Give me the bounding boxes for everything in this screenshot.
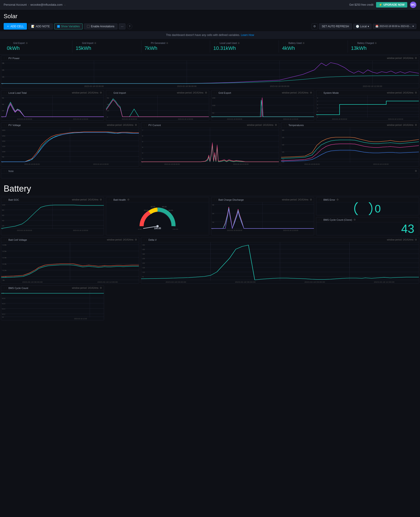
svg-text:0.00: 0.00 — [138, 229, 142, 229]
enable-annotations-button[interactable]: Enable Annotations — [84, 23, 117, 29]
system-mode-title: System Mode — [323, 91, 339, 94]
grid-import-chart[interactable]: 6k 4k 2k 0 2023-02-18 06:00:00 2023-02-1… — [106, 95, 209, 120]
help-button[interactable]: ? — [127, 24, 132, 29]
page-header: Solar — [0, 10, 420, 21]
stat-gear-1[interactable]: ⚙ — [94, 42, 96, 44]
pv-power-gear[interactable]: ⚙ — [415, 57, 417, 60]
batt-charge-discharge-chart[interactable]: 3k 2k 1k 0 2023-02-18 06:00:00 2023-02-1… — [211, 202, 314, 232]
svg-text:7: 7 — [317, 101, 318, 102]
bms-cycle-gear[interactable]: ⚙ — [353, 218, 356, 221]
drag-handle: ⋮⋮ — [3, 57, 8, 59]
upgrade-now-button[interactable]: ⚡ UPGRADE NOW — [376, 2, 407, 7]
battery-row-2: ⋮⋮ Batt Cell Voltage window period: 1414… — [0, 236, 420, 284]
pv-current-chart[interactable]: 7 6 5 4 3 2 1 2023-02-18 06:00:00 2023-0… — [141, 128, 279, 166]
show-variables-button[interactable]: ✓ Show Variables — [54, 23, 83, 29]
grid-export-gear[interactable]: ⚙ — [310, 91, 312, 94]
stat-card-grid-import: ⋮⋮ Grid Import ⚙ 15kWh — [72, 41, 141, 52]
pv-voltage-gear[interactable]: ⚙ — [135, 124, 137, 126]
bms-error-display: 0 — [316, 202, 419, 215]
temperatures-gear[interactable]: ⚙ — [415, 124, 417, 126]
pv-power-chart[interactable]: 3k 2k 1k 0 2023-02-18 03:00:00 2023-02-1… — [1, 61, 419, 88]
add-cell-button[interactable]: ＋ ADD CELL — [4, 23, 27, 30]
drag-handle: ⋮⋮ — [282, 42, 287, 44]
settings-button[interactable]: ⚙ — [312, 23, 318, 29]
svg-text:25: 25 — [282, 151, 284, 153]
batt-cell-voltage-gear[interactable]: ⚙ — [135, 238, 137, 241]
drag-handle: ⋮⋮ — [3, 91, 8, 94]
nav-right: Get $250 free credit ⚡ UPGRADE NOW WC — [349, 2, 416, 8]
batt-cell-voltage-chart[interactable]: 3.6k 3.5k 3.4k 3.3k 3.2k 3.1k 3k 2023-02… — [1, 242, 139, 283]
pv-current-gear[interactable]: ⚙ — [275, 124, 277, 126]
svg-text:2023-02-18 06:00:00: 2023-02-18 06:00:00 — [22, 281, 43, 283]
more-options-button[interactable]: ··· — [119, 23, 126, 29]
date-range-label: 2023-02-18 00:00 to 2023-02-... — [380, 25, 412, 28]
batt-soc-chart[interactable]: 100 80 60 40 20 0 2023-02-18 06:00:00 20… — [1, 202, 104, 232]
add-note-button[interactable]: 📝 ADD NOTE — [28, 23, 53, 29]
svg-text:2023-02-18 12:00:00: 2023-02-18 12:00:00 — [98, 281, 118, 283]
stat-card-grid-export: ⋮⋮ Grid Export ⚙ 0kWh — [4, 41, 72, 52]
drag-handle: ⋮⋮ — [213, 199, 218, 201]
local-load-gear[interactable]: ⚙ — [100, 91, 102, 94]
pv-voltage-chart[interactable]: 300 250 200 150 100 50 0 2023-02-18 06:0… — [1, 128, 139, 166]
temperatures-panel: ⋮⋮ Temperatures window period: 141414ms … — [281, 122, 419, 167]
date-range-button[interactable]: 📅 2023-02-18 00:00 to 2023-02-... ▾ — [373, 24, 416, 29]
stat-gear-3[interactable]: ⚙ — [238, 42, 240, 44]
drag-handle: ⋮⋮ — [7, 42, 11, 44]
stat-gear-0[interactable]: ⚙ — [26, 42, 28, 44]
bms-error-gear[interactable]: ⚙ — [337, 198, 339, 201]
toolbar: ＋ ADD CELL 📝 ADD NOTE ✓ Show Variables E… — [0, 21, 420, 32]
svg-text:5: 5 — [142, 141, 143, 143]
svg-text:2023-02-18 06:00:00: 2023-02-18 06:00:00 — [332, 118, 347, 120]
batt-soc-gear[interactable]: ⚙ — [100, 198, 102, 201]
svg-text:2023-02-18 12:00:00: 2023-02-18 12:00:00 — [233, 163, 248, 165]
svg-text:2023-02-18 12:00:00: 2023-02-18 12:00:00 — [73, 118, 88, 120]
upgrade-btn-label: UPGRADE NOW — [383, 3, 405, 6]
svg-text:6k: 6k — [107, 97, 109, 99]
batt-health-gear[interactable]: ⚙ — [127, 198, 129, 201]
stat-gear-4[interactable]: ⚙ — [302, 42, 305, 44]
system-mode-gear[interactable]: ⚙ — [415, 91, 417, 94]
grid-export-chart[interactable]: 150 100 50 0 2023-02-18 06:00:00 2023-02… — [211, 95, 314, 120]
drag-handle: ⋮⋮ — [3, 124, 8, 126]
drag-handle: ⋮⋮ — [143, 238, 148, 241]
delta-v-chart[interactable]: 40 35 30 25 20 15 10 5 2023-02-18 03:00:… — [141, 242, 419, 283]
batt-charge-discharge-period: window period: 141414ms — [282, 199, 308, 201]
temperatures-period: window period: 141414ms — [387, 124, 413, 126]
local-load-chart[interactable]: 6k 4k 2k 0 2023-02-18 06:00:00 2023-02-1… — [1, 95, 104, 120]
svg-text:10: 10 — [142, 271, 145, 273]
system-mode-chart[interactable]: 8 7 6 5 4 3 2 2023-02-18 06:00:00 2023-0… — [316, 95, 419, 120]
svg-text:3k: 3k — [2, 62, 4, 64]
svg-text:0: 0 — [2, 83, 3, 85]
stat-gear-2[interactable]: ⚙ — [166, 42, 168, 44]
user-avatar[interactable]: WC — [410, 2, 416, 8]
batt-soc-title: Batt SOC — [8, 199, 19, 201]
stat-value-3: 10.31kWh — [213, 45, 276, 51]
pv-voltage-period: window period: 141414ms — [107, 124, 133, 126]
bms-cycle-count-title: BMS Cycle Count — [8, 287, 28, 289]
svg-text:0: 0 — [212, 228, 213, 230]
learn-how-link[interactable]: Learn How — [241, 33, 254, 37]
bms-error-circle — [354, 202, 372, 215]
stat-label-5: Battery Charged — [357, 42, 374, 44]
set-auto-refresh-button[interactable]: SET AUTO REFRESH — [319, 23, 352, 29]
bms-cycle-panel: ⋮⋮ BMS Cycle Count (Clone) ⚙ 43 — [316, 217, 419, 235]
stat-gear-5[interactable]: ⚙ — [375, 42, 377, 44]
delta-v-gear[interactable]: ⚙ — [415, 238, 417, 241]
bms-error-panel: ⋮⋮ BMS Error ⚙ 0 — [316, 197, 419, 215]
local-selector-button[interactable]: 🕐 Local ▾ — [353, 24, 372, 29]
bms-cycle-count-chart[interactable]: 43 42.8 42.6 42.4 42.2 42 2023-02-18 12:… — [1, 291, 104, 320]
temperatures-chart[interactable]: 60 35 30 25 20 15 2023-02-18 06:00:00 20… — [281, 128, 419, 166]
batt-charge-discharge-gear[interactable]: ⚙ — [310, 198, 312, 201]
svg-text:3k: 3k — [2, 279, 5, 281]
svg-text:3.5k: 3.5k — [2, 250, 7, 252]
bms-cycle-count-gear[interactable]: ⚙ — [100, 287, 102, 289]
pv-voltage-title: PV Voltage — [8, 124, 21, 126]
svg-text:42.4: 42.4 — [2, 308, 5, 310]
stat-card-battery-used: ⋮⋮ Battery Used ⚙ 4kWh — [279, 41, 348, 52]
account-label[interactable]: Personal Account — [4, 3, 27, 6]
user-email[interactable]: wcooke@influxdata.com — [30, 3, 63, 6]
grid-import-gear[interactable]: ⚙ — [205, 91, 207, 94]
note-gear[interactable]: ⚙ — [415, 170, 417, 172]
battery-row-1: ⋮⋮ Batt SOC window period: 141414ms ⚙ 10… — [0, 196, 420, 236]
toolbar-right: ⚙ SET AUTO REFRESH 🕐 Local ▾ 📅 2023-02-1… — [312, 23, 417, 29]
